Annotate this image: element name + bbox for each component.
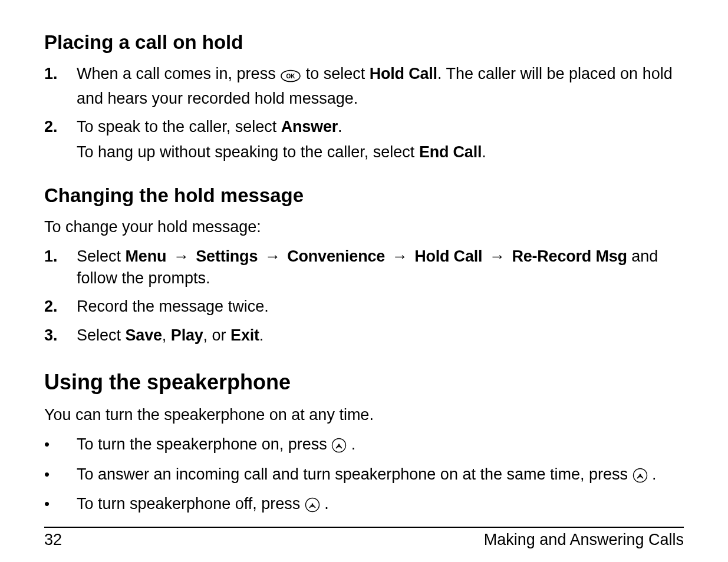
bold-label: Play bbox=[171, 326, 203, 344]
heading-using-speakerphone: Using the speakerphone bbox=[44, 368, 684, 397]
bold-label: Hold Call bbox=[370, 65, 437, 82]
heading-changing-hold-message: Changing the hold message bbox=[44, 183, 684, 209]
text: To hang up without speaking to the calle… bbox=[77, 143, 419, 161]
step-body: Select Menu → Settings → Convenience → H… bbox=[77, 246, 684, 289]
arrow-icon: → bbox=[262, 246, 283, 267]
text: . bbox=[338, 118, 342, 135]
text: . bbox=[652, 465, 657, 483]
text: Select bbox=[77, 326, 126, 344]
text: To turn the speakerphone on, press bbox=[77, 435, 331, 453]
arrow-icon: → bbox=[487, 246, 508, 267]
page-footer: 32 Making and Answering Calls bbox=[44, 529, 684, 550]
step-body: Select Save, Play, or Exit. bbox=[77, 325, 684, 346]
intro-text: You can turn the speakerphone on at any … bbox=[44, 404, 684, 425]
menu-path-item: Hold Call bbox=[414, 247, 482, 265]
menu-path-item: Re-Record Msg bbox=[512, 247, 627, 265]
change-steps-list: 1. Select Menu → Settings → Convenience … bbox=[44, 246, 684, 346]
ok-button-icon: OK bbox=[280, 67, 301, 88]
bullet-marker: • bbox=[44, 493, 77, 514]
chapter-title: Making and Answering Calls bbox=[484, 529, 684, 550]
arrow-icon: → bbox=[171, 246, 192, 267]
svg-point-7 bbox=[311, 504, 313, 505]
step-body: When a call comes in, press OK to select… bbox=[77, 63, 684, 110]
bullet-body: To turn the speakerphone on, press . bbox=[77, 434, 684, 458]
menu-path-item: Menu bbox=[126, 247, 167, 265]
step-number: 1. bbox=[44, 246, 77, 267]
footer-divider bbox=[44, 527, 684, 528]
text: . bbox=[482, 143, 486, 161]
text: . bbox=[259, 326, 264, 344]
bold-label: Exit bbox=[230, 326, 259, 344]
bullet-body: To answer an incoming call and turn spea… bbox=[77, 464, 684, 488]
step-number: 2. bbox=[44, 296, 77, 317]
speakerphone-icon bbox=[305, 497, 320, 518]
text: to select bbox=[306, 65, 370, 82]
page-number: 32 bbox=[44, 529, 62, 550]
text: To turn speakerphone off, press bbox=[77, 495, 305, 513]
text: To speak to the caller, select bbox=[77, 118, 281, 135]
list-item: 1. When a call comes in, press OK to sel… bbox=[44, 63, 684, 110]
list-item: 3. Select Save, Play, or Exit. bbox=[44, 325, 684, 346]
text: . bbox=[351, 435, 356, 453]
list-item: 2. To speak to the caller, select Answer… bbox=[44, 116, 684, 163]
intro-text: To change your hold message: bbox=[44, 216, 684, 237]
bold-label: End Call bbox=[419, 143, 482, 161]
step-body: To speak to the caller, select Answer. T… bbox=[77, 116, 684, 163]
text: When a call comes in, press bbox=[77, 65, 280, 82]
speakerphone-icon bbox=[633, 467, 648, 488]
list-item: 1. Select Menu → Settings → Convenience … bbox=[44, 246, 684, 289]
speakerphone-icon bbox=[331, 437, 347, 458]
svg-point-3 bbox=[338, 444, 340, 446]
bullet-marker: • bbox=[44, 464, 77, 485]
manual-page: Placing a call on hold 1. When a call co… bbox=[0, 0, 728, 562]
list-item: • To answer an incoming call and turn sp… bbox=[44, 464, 684, 488]
step-number: 2. bbox=[44, 116, 77, 137]
speaker-bullet-list: • To turn the speakerphone on, press . bbox=[44, 434, 684, 518]
list-item: 2. Record the message twice. bbox=[44, 296, 684, 317]
heading-placing-call-on-hold: Placing a call on hold bbox=[44, 29, 684, 56]
step-number: 1. bbox=[44, 63, 77, 84]
bullet-marker: • bbox=[44, 434, 77, 455]
bullet-body: To turn speakerphone off, press . bbox=[77, 493, 684, 518]
arrow-icon: → bbox=[390, 246, 410, 267]
bold-label: Answer bbox=[281, 118, 338, 135]
menu-path-item: Settings bbox=[196, 247, 258, 265]
menu-path-item: Convenience bbox=[287, 247, 385, 265]
svg-text:OK: OK bbox=[286, 73, 296, 80]
text: , or bbox=[203, 326, 231, 344]
list-item: • To turn speakerphone off, press . bbox=[44, 493, 684, 518]
step-body: Record the message twice. bbox=[77, 296, 684, 317]
text: Select bbox=[77, 247, 126, 265]
text: Record the message twice. bbox=[77, 296, 684, 317]
bold-label: Save bbox=[126, 326, 162, 344]
list-item: • To turn the speakerphone on, press . bbox=[44, 434, 684, 458]
text: . bbox=[324, 495, 329, 513]
step-number: 3. bbox=[44, 325, 77, 346]
hold-steps-list: 1. When a call comes in, press OK to sel… bbox=[44, 63, 684, 163]
text: , bbox=[162, 326, 171, 344]
svg-point-5 bbox=[639, 474, 641, 475]
text: To answer an incoming call and turn spea… bbox=[77, 465, 633, 483]
